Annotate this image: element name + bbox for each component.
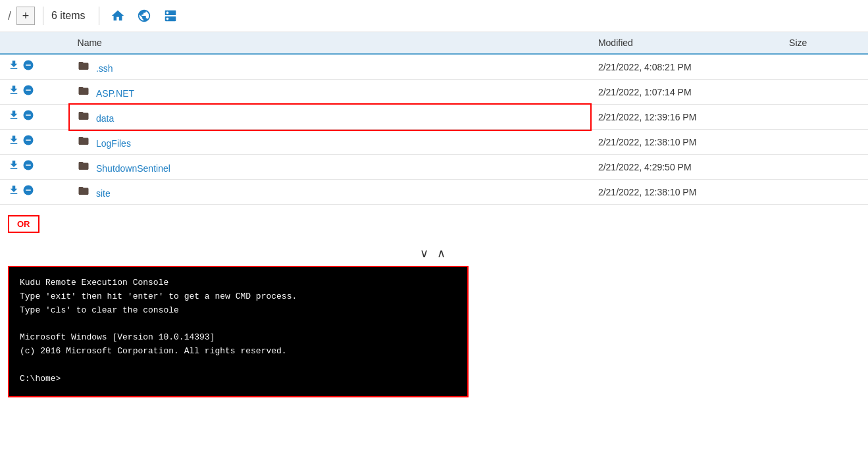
- svg-rect-3: [26, 89, 31, 91]
- download-icon[interactable]: [8, 59, 20, 74]
- console-line: C:\home>: [20, 372, 457, 386]
- folder-icon: [78, 163, 92, 174]
- row-name: site: [70, 180, 590, 205]
- row-modified: 2/21/2022, 4:08:21 PM: [590, 54, 781, 80]
- or-button[interactable]: OR: [8, 215, 39, 233]
- svg-rect-9: [26, 164, 31, 166]
- row-name: .ssh: [70, 54, 590, 80]
- row-name: data: [70, 105, 590, 130]
- path-slash: /: [8, 9, 11, 23]
- delete-icon[interactable]: [22, 159, 34, 174]
- table-row: .ssh2/21/2022, 4:08:21 PM: [0, 54, 868, 80]
- row-name: ASP.NET: [70, 80, 590, 105]
- row-size: [781, 130, 868, 155]
- col-actions-header: [0, 32, 70, 54]
- folder-icon: [78, 138, 92, 149]
- console-box[interactable]: Kudu Remote Execution ConsoleType 'exit'…: [8, 266, 469, 397]
- table-row: site2/21/2022, 12:38:10 PM: [0, 180, 868, 205]
- console-wrapper: Kudu Remote Execution ConsoleType 'exit'…: [0, 266, 868, 405]
- folder-icon: [78, 188, 92, 199]
- download-icon[interactable]: [8, 134, 20, 149]
- delete-icon[interactable]: [22, 59, 34, 74]
- row-modified: 2/21/2022, 12:38:10 PM: [590, 180, 781, 205]
- folder-icon: [78, 113, 92, 124]
- row-size: [781, 155, 868, 180]
- item-count: 6 items: [51, 10, 86, 22]
- delete-icon[interactable]: [22, 184, 34, 199]
- row-size: [781, 105, 868, 130]
- toggle-section: ∨ ∧: [0, 243, 868, 266]
- row-actions: [0, 155, 70, 180]
- row-actions: [0, 180, 70, 205]
- toolbar: / + 6 items: [0, 0, 868, 32]
- row-size: [781, 80, 868, 105]
- download-icon[interactable]: [8, 184, 20, 199]
- row-actions: [0, 80, 70, 105]
- table-header: Name Modified Size: [0, 32, 868, 54]
- col-size-header: Size: [781, 32, 868, 54]
- row-name: ShutdownSentinel: [70, 155, 590, 180]
- delete-icon[interactable]: [22, 109, 34, 124]
- row-modified: 2/21/2022, 12:38:10 PM: [590, 130, 781, 155]
- svg-rect-5: [26, 114, 31, 116]
- file-table: Name Modified Size .ssh2/21/2022, 4:08:2…: [0, 32, 868, 205]
- row-actions: [0, 54, 70, 80]
- console-line: Microsoft Windows [Version 10.0.14393]: [20, 331, 457, 345]
- delete-icon[interactable]: [22, 84, 34, 99]
- globe-icon[interactable]: [134, 5, 155, 26]
- console-line: Type 'cls' to clear the console: [20, 304, 457, 318]
- file-name-link[interactable]: LogFiles: [96, 138, 131, 149]
- row-actions: [0, 105, 70, 130]
- download-icon[interactable]: [8, 109, 20, 124]
- row-modified: 2/21/2022, 1:07:14 PM: [590, 80, 781, 105]
- row-modified: 2/21/2022, 12:39:16 PM: [590, 105, 781, 130]
- table-row: data2/21/2022, 12:39:16 PM: [0, 105, 868, 130]
- row-size: [781, 54, 868, 80]
- row-size: [781, 180, 868, 205]
- home-icon[interactable]: [107, 5, 128, 26]
- svg-rect-1: [26, 64, 31, 66]
- add-button[interactable]: +: [16, 7, 35, 25]
- row-name: LogFiles: [70, 130, 590, 155]
- server-icon[interactable]: [160, 5, 181, 26]
- toggle-arrows[interactable]: ∨ ∧: [420, 246, 448, 261]
- delete-icon[interactable]: [22, 134, 34, 149]
- table-row: LogFiles2/21/2022, 12:38:10 PM: [0, 130, 868, 155]
- svg-rect-7: [26, 139, 31, 141]
- row-modified: 2/21/2022, 4:29:50 PM: [590, 155, 781, 180]
- file-name-link[interactable]: .ssh: [96, 63, 113, 74]
- table-row: ShutdownSentinel2/21/2022, 4:29:50 PM: [0, 155, 868, 180]
- row-actions: [0, 130, 70, 155]
- folder-icon: [78, 88, 92, 99]
- svg-rect-11: [26, 189, 31, 191]
- console-line: Type 'exit' then hit 'enter' to get a ne…: [20, 290, 457, 304]
- download-icon[interactable]: [8, 159, 20, 174]
- file-name-link[interactable]: data: [96, 113, 114, 124]
- file-name-link[interactable]: ShutdownSentinel: [96, 163, 170, 174]
- or-section: OR: [0, 205, 868, 243]
- console-line: (c) 2016 Microsoft Corporation. All righ…: [20, 345, 457, 359]
- file-name-link[interactable]: ASP.NET: [96, 88, 134, 99]
- col-modified-header: Modified: [590, 32, 781, 54]
- folder-icon: [78, 63, 92, 74]
- col-name-header: Name: [70, 32, 590, 54]
- download-icon[interactable]: [8, 84, 20, 99]
- toolbar-divider: [43, 7, 43, 25]
- toolbar-divider2: [99, 7, 99, 25]
- table-row: ASP.NET2/21/2022, 1:07:14 PM: [0, 80, 868, 105]
- console-line: Kudu Remote Execution Console: [20, 276, 457, 290]
- file-name-link[interactable]: site: [96, 188, 111, 199]
